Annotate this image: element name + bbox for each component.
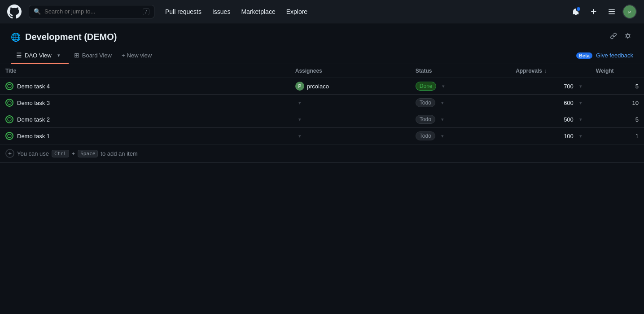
open-issue-icon — [5, 132, 13, 140]
slash-badge: / — [143, 8, 149, 15]
add-suffix: to add an item — [101, 150, 137, 157]
status-badge[interactable]: Done — [416, 82, 437, 91]
board-view-icon: ⊞ — [74, 52, 79, 59]
project-header: 🌐 Development (DEMO) — [0, 23, 644, 47]
title-cell: Demo task 3 — [0, 95, 290, 111]
approvals-sort-icon[interactable]: ↓ — [544, 68, 547, 74]
notifications-button[interactable] — [569, 4, 583, 19]
col-weight: Weight — [591, 64, 644, 78]
add-plus: + — [72, 150, 75, 157]
tab-board-view-label: Board View — [82, 52, 112, 59]
add-item-cell[interactable]: + You can use Ctrl + Space to add an ite… — [0, 144, 644, 163]
status-expand-btn[interactable]: ▾ — [438, 98, 447, 107]
approvals-cell: 500 ▾ — [510, 111, 591, 128]
space-key: Space — [78, 150, 98, 157]
svg-point-3 — [8, 101, 11, 105]
status-badge[interactable]: Todo — [416, 131, 435, 140]
approvals-cell: 700 ▾ — [510, 78, 591, 95]
add-item-text: You can use — [17, 150, 49, 157]
nav-marketplace[interactable]: Marketplace — [237, 6, 279, 17]
new-view-plus-icon: + — [122, 52, 125, 59]
weight-cell: 1 — [591, 128, 644, 144]
search-icon: 🔍 — [34, 8, 41, 15]
weight-cell: 5 — [591, 111, 644, 128]
approvals-value: 100 — [564, 133, 574, 140]
project-table: Title Assignees Status Approvals — [0, 64, 644, 163]
col-approvals: Approvals ↓ — [510, 64, 591, 78]
approvals-expand-btn[interactable]: ▾ — [576, 115, 585, 124]
dao-view-options[interactable]: ▾ — [54, 51, 63, 60]
task-title[interactable]: Demo task 4 — [17, 83, 50, 90]
status-cell: Todo ▾ — [410, 95, 510, 111]
nav-pull-requests[interactable]: Pull requests — [162, 6, 205, 17]
approvals-value: 500 — [564, 116, 574, 123]
tabbar: ☰ DAO View ▾ ⊞ Board View + New view Bet… — [0, 47, 644, 64]
approvals-expand-btn[interactable]: ▾ — [576, 82, 585, 91]
approvals-cell: 100 ▾ — [510, 128, 591, 144]
assignee-expand-btn[interactable]: ▾ — [295, 98, 304, 107]
assignee-expand-btn[interactable]: ▾ — [295, 115, 304, 124]
status-badge[interactable]: Todo — [416, 98, 435, 107]
expand-button[interactable] — [605, 4, 619, 19]
approvals-cell: 600 ▾ — [510, 95, 591, 111]
open-issue-icon — [5, 99, 13, 107]
status-cell: Todo ▾ — [410, 128, 510, 144]
project-header-actions — [608, 31, 633, 44]
title-cell: Demo task 1 — [0, 128, 290, 144]
col-assignees: Assignees — [290, 64, 410, 78]
add-item-row[interactable]: + You can use Ctrl + Space to add an ite… — [0, 144, 644, 163]
table-row: Demo task 4 P prcolaco ▾ Done ▾ 700 — [0, 78, 644, 95]
title-cell: Demo task 4 — [0, 78, 290, 95]
task-title[interactable]: Demo task 3 — [17, 100, 50, 106]
project-globe-icon: 🌐 — [11, 32, 21, 42]
project-title: Development (DEMO) — [25, 32, 117, 42]
assignee-name: prcolaco — [307, 83, 329, 90]
table-row: Demo task 1 ▾ Todo ▾ 100 ▾ — [0, 128, 644, 144]
title-cell: Demo task 2 — [0, 111, 290, 128]
assignee-expand-btn[interactable]: ▾ — [295, 131, 304, 140]
topnav-actions: P — [569, 4, 637, 19]
col-status: Status — [410, 64, 510, 78]
status-expand-btn[interactable]: ▾ — [439, 82, 448, 91]
create-button[interactable] — [587, 4, 601, 19]
new-view-button[interactable]: + New view — [117, 48, 156, 62]
user-avatar[interactable]: P — [622, 4, 637, 19]
beta-badge: Beta — [576, 52, 592, 59]
assignee-avatar: P — [295, 82, 304, 91]
task-title[interactable]: Demo task 2 — [17, 116, 50, 123]
status-expand-btn[interactable]: ▾ — [438, 115, 447, 124]
project-settings-button[interactable] — [622, 31, 633, 44]
weight-cell: 10 — [591, 95, 644, 111]
search-input[interactable] — [44, 8, 139, 15]
tab-board-view[interactable]: ⊞ Board View — [69, 48, 117, 63]
project-link-button[interactable] — [608, 31, 619, 44]
task-title[interactable]: Demo task 1 — [17, 133, 50, 140]
open-issue-icon — [5, 115, 13, 123]
add-icon: + — [5, 149, 14, 158]
weight-value: 1 — [635, 133, 639, 140]
topnav-links: Pull requests Issues Marketplace Explore — [162, 6, 561, 17]
approvals-expand-btn[interactable]: ▾ — [576, 98, 585, 107]
ctrl-key: Ctrl — [52, 150, 69, 157]
status-cell: Todo ▾ — [410, 111, 510, 128]
nav-explore[interactable]: Explore — [283, 6, 311, 17]
status-cell: Done ▾ — [410, 78, 510, 95]
weight-value: 10 — [632, 100, 639, 106]
status-badge[interactable]: Todo — [416, 115, 435, 124]
nav-issues[interactable]: Issues — [209, 6, 234, 17]
svg-point-5 — [8, 134, 11, 138]
table-body: Demo task 4 P prcolaco ▾ Done ▾ 700 — [0, 78, 644, 163]
feedback-link[interactable]: Give feedback — [596, 52, 633, 59]
col-title: Title — [0, 64, 290, 78]
assignees-cell: ▾ — [290, 95, 410, 111]
svg-text:P: P — [628, 10, 631, 14]
status-expand-btn[interactable]: ▾ — [438, 131, 447, 140]
tab-dao-view[interactable]: ☰ DAO View ▾ — [11, 47, 69, 64]
approvals-expand-btn[interactable]: ▾ — [576, 131, 585, 140]
approvals-value: 700 — [564, 83, 574, 90]
tabbar-right: Beta Give feedback — [576, 52, 633, 59]
tab-dao-view-label: DAO View — [25, 52, 52, 59]
table-container: Title Assignees Status Approvals — [0, 64, 644, 163]
github-logo[interactable] — [7, 4, 22, 19]
search-box[interactable]: 🔍 / — [29, 5, 154, 18]
